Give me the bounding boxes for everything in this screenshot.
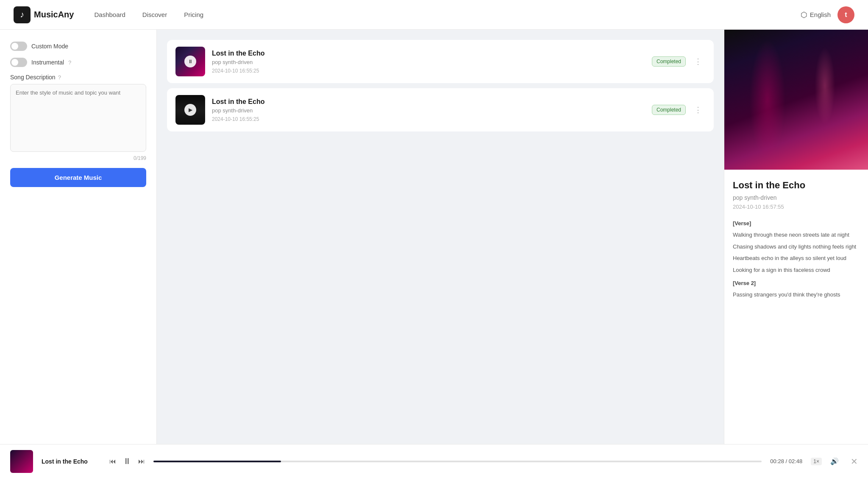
pause-button-1[interactable]: ⏸ <box>184 56 196 67</box>
custom-mode-label: Custom Mode <box>31 43 68 50</box>
nav-dashboard[interactable]: Dashboard <box>94 11 125 18</box>
song-desc-input[interactable] <box>10 84 146 152</box>
instrumental-label: Instrumental <box>31 59 64 66</box>
generate-music-button[interactable]: Generate Music <box>10 168 146 187</box>
play-pause-button[interactable]: ⏸ <box>123 456 131 466</box>
lyrics-line5: Passing strangers you'd think they're gh… <box>733 290 860 299</box>
player-thumbnail <box>10 450 33 473</box>
song-title-2: Lost in the Echo <box>212 98 645 106</box>
player-song-title: Lost in the Echo <box>42 458 101 465</box>
song-date-1: 2024-10-10 16:55:25 <box>212 68 645 74</box>
instrumental-row: Instrumental ? <box>10 58 146 67</box>
song-card-2: ▶ Lost in the Echo pop synth-driven 2024… <box>167 88 714 131</box>
song-card-1: ⏸ Lost in the Echo pop synth-driven 2024… <box>167 40 714 83</box>
song-genre-2: pop synth-driven <box>212 107 645 114</box>
center-panel: ⏸ Lost in the Echo pop synth-driven 2024… <box>157 30 724 478</box>
song-thumb-1[interactable]: ⏸ <box>175 47 205 76</box>
main-layout: Custom Mode Instrumental ? Song Descript… <box>0 30 868 478</box>
right-panel-image <box>724 30 868 170</box>
instrumental-toggle[interactable] <box>10 58 27 67</box>
user-avatar[interactable]: t <box>837 6 854 23</box>
lyrics-line4: Looking for a sign in this faceless crow… <box>733 265 860 275</box>
song-thumb-2[interactable]: ▶ <box>175 95 205 125</box>
song-genre-1: pop synth-driven <box>212 59 645 65</box>
progress-bar[interactable] <box>153 461 762 462</box>
song-desc-label: Song Description <box>10 74 56 81</box>
song-info-2: Lost in the Echo pop synth-driven 2024-1… <box>212 98 645 122</box>
badge-status-2: Completed ⋮ <box>652 103 705 116</box>
language-selector[interactable]: ⬡ English <box>801 10 831 20</box>
lyrics-line3: Heartbeats echo in the alleys so silent … <box>733 253 860 263</box>
translate-icon: ⬡ <box>801 10 807 20</box>
navbar: ♪ MusicAny Dashboard Discover Pricing ⬡ … <box>0 0 868 30</box>
volume-button[interactable]: 🔊 <box>830 457 839 465</box>
alley-artwork <box>724 30 868 170</box>
custom-mode-row: Custom Mode <box>10 42 146 51</box>
song-info-1: Lost in the Echo pop synth-driven 2024-1… <box>212 50 645 74</box>
right-date: 2024-10-10 16:57:55 <box>733 204 860 210</box>
left-sidebar: Custom Mode Instrumental ? Song Descript… <box>0 30 157 478</box>
more-options-1[interactable]: ⋮ <box>691 55 705 68</box>
forward-button[interactable]: ⏭ <box>138 458 145 465</box>
play-button-2[interactable]: ▶ <box>184 104 196 116</box>
song-title-1: Lost in the Echo <box>212 50 645 57</box>
song-date-2: 2024-10-10 16:55:25 <box>212 116 645 122</box>
status-badge-1: Completed <box>652 56 686 67</box>
pause-icon: ⏸ <box>188 59 193 64</box>
char-count: 0/199 <box>10 155 146 161</box>
verse1-tag: [Verse] <box>733 218 860 228</box>
bottom-player: Lost in the Echo ⏮ ⏸ ⏭ 00:28 / 02:48 1× … <box>0 444 868 478</box>
song-desc-section: Song Description ? <box>10 74 146 81</box>
play-icon: ▶ <box>189 107 192 113</box>
progress-fill <box>153 461 281 462</box>
status-badge-2: Completed <box>652 105 686 115</box>
logo-icon: ♪ <box>14 6 31 23</box>
right-song-title: Lost in the Echo <box>733 180 860 191</box>
nav-right: ⬡ English t <box>801 6 854 23</box>
time-display: 00:28 / 02:48 <box>770 458 802 464</box>
custom-mode-toggle[interactable] <box>10 42 27 51</box>
instrumental-help-icon[interactable]: ? <box>68 59 71 66</box>
lyrics-container: [Verse] Walking through these neon stree… <box>733 218 860 300</box>
total-time: 02:48 <box>789 458 803 464</box>
language-label: English <box>810 11 831 18</box>
speed-button[interactable]: 1× <box>811 458 822 465</box>
right-panel: Lost in the Echo pop synth-driven 2024-1… <box>724 30 868 478</box>
lyrics-line2: Chasing shadows and city lights nothing … <box>733 242 860 252</box>
nav-discover[interactable]: Discover <box>142 11 167 18</box>
song-desc-help-icon[interactable]: ? <box>58 74 61 81</box>
close-player-button[interactable]: ✕ <box>851 456 858 467</box>
logo[interactable]: ♪ MusicAny <box>14 6 74 23</box>
nav-pricing[interactable]: Pricing <box>184 11 203 18</box>
current-time: 00:28 <box>770 458 784 464</box>
nav-links: Dashboard Discover Pricing <box>94 11 800 18</box>
lyrics-line1: Walking through these neon streets late … <box>733 230 860 240</box>
right-panel-content: Lost in the Echo pop synth-driven 2024-1… <box>724 170 868 312</box>
time-separator: / <box>786 458 789 464</box>
right-genre: pop synth-driven <box>733 194 860 201</box>
more-options-2[interactable]: ⋮ <box>691 103 705 116</box>
player-controls: ⏮ ⏸ ⏭ <box>109 456 145 466</box>
logo-text: MusicAny <box>34 10 74 20</box>
verse2-tag: [Verse 2] <box>733 278 860 288</box>
badge-status-1: Completed ⋮ <box>652 55 705 68</box>
rewind-button[interactable]: ⏮ <box>109 458 116 465</box>
